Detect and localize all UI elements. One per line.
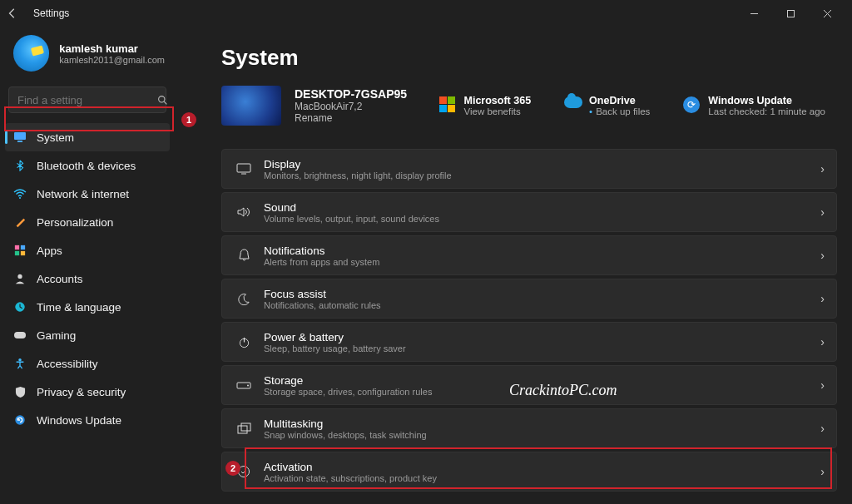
sidebar-item-windows-update[interactable]: Windows Update <box>5 406 170 434</box>
chevron-right-icon: › <box>820 162 825 175</box>
svg-line-3 <box>164 101 166 104</box>
chevron-right-icon: › <box>820 249 825 262</box>
chevron-right-icon: › <box>820 465 825 478</box>
card-sub: Sleep, battery usage, battery saver <box>264 343 820 353</box>
multitask-icon <box>232 422 255 434</box>
card-sub: Snap windows, desktops, task switching <box>264 430 820 440</box>
status-sub: View benefits <box>464 106 532 116</box>
main-content: System DESKTOP-7GSAP95 MacBookAir7,2 Ren… <box>175 27 852 504</box>
svg-rect-10 <box>21 251 25 255</box>
card-title: Power & battery <box>264 331 820 343</box>
sidebar-item-label: Accessibility <box>37 358 98 370</box>
sidebar-item-label: System <box>37 131 74 144</box>
chevron-right-icon: › <box>820 292 825 305</box>
update-circle-icon: ⟳ <box>683 96 700 113</box>
card-activation[interactable]: ActivationActivation state, subscription… <box>221 452 837 492</box>
power-icon <box>232 336 255 348</box>
status-sub: Last checked: 1 minute ago <box>708 106 825 116</box>
svg-rect-16 <box>237 164 250 172</box>
card-display[interactable]: DisplayMonitors, brightness, night light… <box>221 149 837 189</box>
sidebar-item-label: Privacy & security <box>37 386 126 398</box>
card-sound[interactable]: SoundVolume levels, output, input, sound… <box>221 192 837 232</box>
status-microsoft365[interactable]: Microsoft 365 View benefits <box>439 95 532 116</box>
clock-globe-icon <box>13 300 27 314</box>
svg-rect-23 <box>241 423 250 431</box>
card-sub: Storage space, drives, configuration rul… <box>264 387 820 397</box>
page-title: System <box>221 45 837 71</box>
user-name: kamlesh kumar <box>59 42 165 55</box>
wifi-icon <box>13 187 27 200</box>
svg-rect-8 <box>21 245 25 250</box>
card-storage[interactable]: StorageStorage space, drives, configurat… <box>221 365 837 405</box>
cloud-icon <box>564 96 581 113</box>
sidebar-item-personalization[interactable]: Personalization <box>5 208 170 236</box>
card-title: Activation <box>264 461 820 473</box>
svg-point-21 <box>247 385 249 387</box>
storage-icon <box>232 380 255 390</box>
card-notifications[interactable]: NotificationsAlerts from apps and system… <box>221 235 837 275</box>
back-button[interactable] <box>7 7 33 19</box>
brush-icon <box>13 215 27 229</box>
card-multitasking[interactable]: MultitaskingSnap windows, desktops, task… <box>221 408 837 448</box>
update-icon <box>13 413 27 427</box>
user-email: kamlesh2011@gmail.com <box>59 55 165 65</box>
sidebar-item-bluetooth[interactable]: Bluetooth & devices <box>5 151 170 180</box>
card-title: Notifications <box>264 245 820 257</box>
card-sub: Notifications, automatic rules <box>264 300 820 310</box>
sidebar-item-label: Windows Update <box>37 414 121 427</box>
maximize-button[interactable] <box>772 0 809 27</box>
svg-rect-7 <box>15 245 19 250</box>
rename-link[interactable]: Rename <box>295 112 407 124</box>
search-input-wrap[interactable] <box>8 86 166 113</box>
sidebar-item-label: Apps <box>37 245 62 257</box>
chevron-right-icon: › <box>820 378 825 392</box>
svg-rect-13 <box>14 332 26 338</box>
card-title: Display <box>264 158 820 170</box>
sidebar-item-label: Network & internet <box>37 188 129 200</box>
accessibility-icon <box>13 357 27 370</box>
card-sub: Alerts from apps and system <box>264 257 820 267</box>
titlebar: Settings <box>0 0 852 27</box>
card-sub: Monitors, brightness, night light, displ… <box>264 170 820 180</box>
microsoft-logo-icon <box>439 96 456 113</box>
sidebar-item-apps[interactable]: Apps <box>5 236 170 264</box>
display-icon <box>232 163 255 175</box>
sidebar-item-network[interactable]: Network & internet <box>5 180 170 208</box>
card-title: Focus assist <box>264 288 820 300</box>
sidebar-item-accounts[interactable]: Accounts <box>5 264 170 293</box>
bell-icon <box>232 249 255 262</box>
sidebar-item-gaming[interactable]: Gaming <box>5 321 170 349</box>
minimize-button[interactable] <box>736 0 772 27</box>
card-title: Multitasking <box>264 418 820 430</box>
avatar <box>13 35 49 72</box>
svg-point-6 <box>19 197 21 199</box>
sidebar-item-time-language[interactable]: Time & language <box>5 293 170 321</box>
status-onedrive[interactable]: OneDrive •Back up files <box>564 95 650 116</box>
sidebar-item-privacy[interactable]: Privacy & security <box>5 378 170 406</box>
card-focus-assist[interactable]: Focus assistNotifications, automatic rul… <box>221 279 837 319</box>
gamepad-icon <box>13 329 27 342</box>
status-windows-update[interactable]: ⟳ Windows Update Last checked: 1 minute … <box>683 95 825 116</box>
card-sub: Volume levels, output, input, sound devi… <box>264 214 820 224</box>
sidebar-item-accessibility[interactable]: Accessibility <box>5 349 170 378</box>
svg-point-2 <box>159 96 165 101</box>
chevron-right-icon: › <box>820 335 825 348</box>
card-power-battery[interactable]: Power & batterySleep, battery usage, bat… <box>221 322 837 362</box>
window-title: Settings <box>33 7 69 19</box>
search-input[interactable] <box>17 94 157 106</box>
svg-rect-22 <box>238 426 247 433</box>
close-button[interactable] <box>809 0 845 27</box>
svg-rect-1 <box>787 10 794 17</box>
status-title: Microsoft 365 <box>464 95 532 106</box>
sidebar-item-system[interactable]: System <box>5 123 170 151</box>
card-title: Storage <box>264 374 820 387</box>
device-row: DESKTOP-7GSAP95 MacBookAir7,2 Rename Mic… <box>221 86 837 126</box>
sidebar-item-label: Bluetooth & devices <box>37 160 136 172</box>
svg-rect-4 <box>14 132 26 140</box>
chevron-right-icon: › <box>820 422 825 435</box>
user-profile[interactable]: kamlesh kumar kamlesh2011@gmail.com <box>0 27 175 86</box>
chevron-right-icon: › <box>820 205 825 219</box>
callout-1: 1 <box>181 112 196 127</box>
status-title: OneDrive <box>589 95 650 106</box>
monitor-icon <box>13 131 27 144</box>
